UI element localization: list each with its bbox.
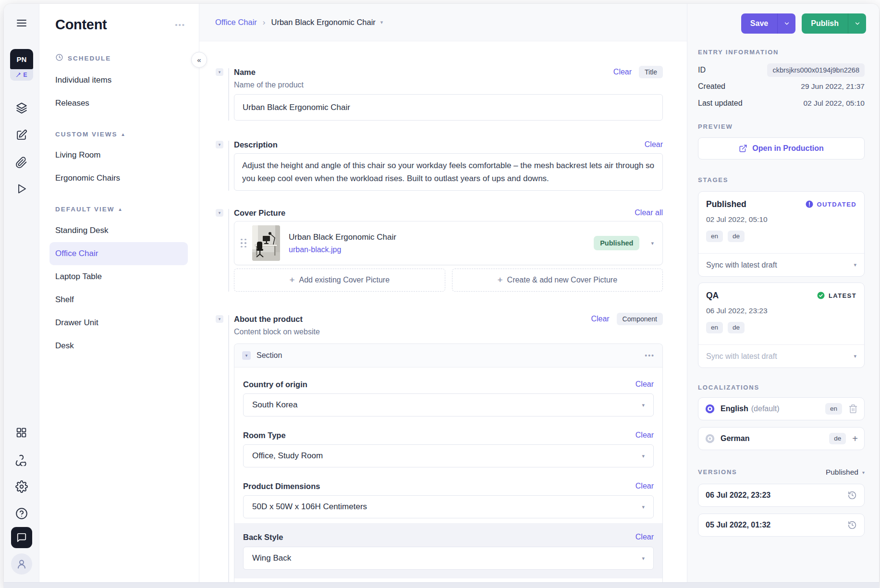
asset-status-badge: Published	[594, 236, 639, 250]
sidebar-item-drawer-unit[interactable]: Drawer Unit	[39, 311, 199, 334]
id-label: ID	[698, 66, 706, 74]
section-title: Section	[257, 351, 282, 360]
sidebar-collapse-button[interactable]: «	[191, 52, 207, 68]
country-clear-link[interactable]: Clear	[636, 380, 654, 389]
field-collapse-icon[interactable]: ▾	[216, 209, 223, 217]
locale-code-pill: en	[825, 403, 842, 415]
sync-with-draft-dropdown[interactable]: Sync with latest draft ▾	[698, 344, 864, 368]
asset-status-caret-icon[interactable]: ▾	[651, 240, 654, 246]
description-clear-link[interactable]: Clear	[645, 140, 663, 149]
feedback-chat-button[interactable]	[11, 527, 32, 548]
sidebar-item-living-room[interactable]: Living Room	[39, 144, 199, 167]
dimensions-select[interactable]: 50D x 50W x 106H Centimeters ▾	[243, 495, 654, 518]
cover-asset-card[interactable]: Urban Black Ergonomic Chair urban-black.…	[234, 221, 663, 265]
sidebar-header-custom-views[interactable]: CUSTOM VIEWS ▴	[39, 130, 199, 138]
project-switcher[interactable]: PN E	[10, 49, 33, 81]
save-button[interactable]: Save	[741, 13, 795, 34]
back-style-clear-link[interactable]: Clear	[636, 533, 654, 541]
plus-icon: +	[497, 275, 502, 285]
created-value: 29 Jun 2022, 21:37	[801, 82, 865, 91]
locale-default-suffix: (default)	[751, 404, 780, 413]
webhooks-icon[interactable]	[12, 453, 31, 466]
breadcrumb-parent[interactable]: Office Chair	[215, 18, 257, 27]
description-textarea[interactable]: Adjust the height and angle of this chai…	[234, 153, 663, 191]
locale-inactive-icon	[705, 433, 715, 444]
add-existing-cover-button[interactable]: + Add existing Cover Picture	[234, 269, 445, 292]
localization-row-english[interactable]: English (default) en	[698, 397, 865, 420]
sidebar-menu-dots-icon[interactable]: •••	[175, 21, 185, 29]
create-new-cover-button[interactable]: + Create & add new Cover Picture	[452, 269, 663, 292]
user-avatar[interactable]	[11, 553, 32, 575]
sidebar-item-standing-desk[interactable]: Standing Desk	[39, 219, 199, 242]
stage-date: 06 Jul 2022, 23:23	[706, 306, 856, 316]
field-collapse-icon[interactable]: ▾	[216, 315, 223, 323]
versions-filter-dropdown[interactable]: Published ▾	[826, 468, 865, 477]
sidebar-header-default-view[interactable]: DEFAULT VIEW ▴	[39, 205, 199, 213]
dimensions-clear-link[interactable]: Clear	[636, 482, 654, 490]
settings-gear-icon[interactable]	[12, 480, 31, 493]
cover-clear-all-link[interactable]: Clear all	[635, 208, 663, 217]
section-menu-dots-icon[interactable]: •••	[645, 352, 655, 359]
entry-id-value[interactable]: ckbrsjkrs000x0194j9bn2268	[767, 63, 865, 77]
sidebar-item-ergonomic-chairs[interactable]: Ergonomic Chairs	[39, 167, 199, 190]
name-input[interactable]: Urban Black Ergonomic Chair	[234, 94, 663, 121]
page-title: Content	[55, 17, 107, 33]
apps-grid-icon[interactable]	[12, 426, 31, 439]
sidebar-item-shelf[interactable]: Shelf	[39, 288, 199, 311]
history-icon[interactable]	[847, 520, 857, 530]
sidebar-item-desk[interactable]: Desk	[39, 334, 199, 357]
versions-header: VERSIONS	[698, 468, 737, 476]
open-in-production-button[interactable]: Open in Production	[698, 137, 865, 159]
chevron-down-icon: ▾	[642, 555, 645, 562]
back-style-select[interactable]: Wing Back ▾	[243, 547, 654, 570]
play-icon[interactable]	[12, 182, 31, 196]
hamburger-menu-icon[interactable]	[12, 16, 31, 30]
history-icon[interactable]	[847, 490, 857, 500]
version-row[interactable]: 06 Jul 2022, 23:23	[698, 484, 865, 507]
sidebar-item-office-chair[interactable]: Office Chair	[49, 242, 188, 265]
field-description: ▾ Description Clear Adjust the height an…	[216, 140, 663, 191]
description-field-label: Description	[234, 140, 278, 149]
locale-name: German	[721, 434, 749, 443]
icon-rail: PN E	[4, 4, 39, 588]
stacks-icon[interactable]	[12, 101, 31, 115]
section-collapse-icon[interactable]: ▾	[242, 351, 251, 360]
drag-handle-icon[interactable]	[241, 239, 246, 248]
chevron-down-icon: ▾	[854, 353, 856, 359]
sidebar-item-laptop-table[interactable]: Laptop Table	[39, 265, 199, 288]
field-collapse-icon[interactable]: ▾	[216, 141, 223, 148]
asset-title: Urban Black Ergonomic Chair	[289, 233, 396, 242]
delete-locale-icon[interactable]	[848, 404, 858, 414]
localization-row-german[interactable]: German de +	[698, 427, 865, 450]
room-type-clear-link[interactable]: Clear	[636, 431, 654, 440]
collapse-caret-icon[interactable]: ▴	[122, 132, 125, 137]
about-clear-link[interactable]: Clear	[591, 315, 609, 323]
stage-card-published: Published OUTDATED 02 Jul 2022, 05:10 en…	[698, 191, 865, 277]
country-select[interactable]: South Korea ▾	[243, 393, 654, 416]
project-avatar[interactable]: PN	[10, 49, 33, 69]
compose-icon[interactable]	[12, 128, 31, 142]
publish-options-caret[interactable]	[848, 13, 866, 34]
field-collapse-icon[interactable]: ▾	[216, 68, 223, 76]
name-clear-link[interactable]: Clear	[613, 68, 632, 76]
latest-badge: LATEST	[817, 291, 856, 300]
locale-pill-en: en	[706, 231, 723, 242]
version-row[interactable]: 05 Jul 2022, 01:32	[698, 514, 865, 537]
room-type-select[interactable]: Office, Study Room ▾	[243, 444, 654, 467]
publish-button[interactable]: Publish	[802, 13, 866, 34]
sidebar-item-releases[interactable]: Releases	[39, 92, 199, 115]
breadcrumb-caret-icon[interactable]: ▾	[380, 19, 383, 25]
environment-badge[interactable]: E	[10, 69, 33, 81]
chevron-down-icon: ▾	[642, 453, 645, 459]
room-type-label: Room Type	[243, 431, 286, 440]
asset-filename-link[interactable]: urban-black.jpg	[289, 245, 396, 254]
sidebar-item-individual-items[interactable]: Individual items	[39, 69, 199, 92]
collapse-caret-icon[interactable]: ▴	[119, 207, 122, 212]
save-options-caret[interactable]	[777, 13, 795, 34]
help-icon[interactable]	[12, 507, 31, 520]
section-header[interactable]: ▾ Section •••	[234, 344, 662, 368]
sync-with-draft-dropdown[interactable]: Sync with latest draft ▾	[698, 253, 864, 276]
attachments-icon[interactable]	[12, 156, 31, 169]
chevron-down-icon: ▾	[854, 262, 856, 268]
add-locale-icon[interactable]: +	[852, 434, 858, 443]
